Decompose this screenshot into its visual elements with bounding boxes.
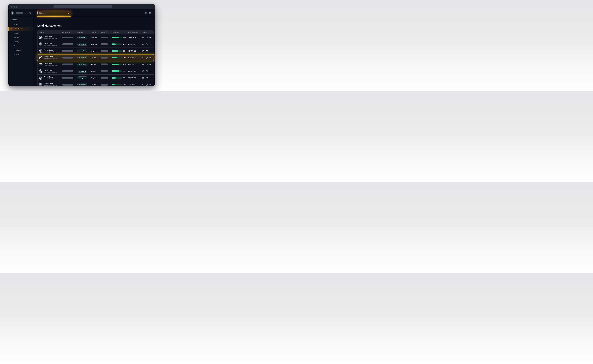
- app-window: FILTERS Status Status: Qualified Source: [8, 4, 155, 86]
- edit-icon[interactable]: [142, 63, 144, 65]
- more-options-icon[interactable]: [149, 78, 152, 78]
- status-dot-icon: [79, 71, 80, 72]
- source-cell: [100, 37, 112, 38]
- table-row[interactable]: Γορνιά Είπες eenkeex@gmail.com Qualified…: [38, 81, 154, 86]
- contact-email: eenkeex@gmail.com: [44, 65, 57, 66]
- sidebar-item-industry[interactable]: Industry: [11, 35, 33, 39]
- help-icon[interactable]: [144, 12, 147, 14]
- table-row[interactable]: Γορνιά Είπες eenkeex@gmail.com Qualified…: [38, 47, 154, 54]
- filters-collapse-icon[interactable]: [31, 20, 33, 20]
- edit-icon[interactable]: [142, 84, 144, 86]
- topbar: [34, 9, 155, 17]
- source-cell: [100, 64, 112, 65]
- window-controls: [11, 6, 17, 8]
- sidebar-item-source[interactable]: Source: [11, 31, 33, 35]
- edit-icon[interactable]: [142, 70, 144, 72]
- edit-icon[interactable]: [142, 77, 144, 79]
- table-row[interactable]: Γορνιά Είπες eenkeex@gmail.com Engaged $…: [38, 61, 154, 68]
- sidebar-item-prototypes[interactable]: Prototypes: [11, 48, 33, 52]
- edit-icon[interactable]: [142, 57, 144, 59]
- source-cell: [100, 84, 112, 85]
- delete-trash-icon[interactable]: [146, 70, 148, 72]
- status-dot-icon: [79, 64, 80, 65]
- table-row[interactable]: Γορνιά Είπες eenkeex@gmail.com Qualified…: [38, 34, 154, 41]
- table-row[interactable]: Γορνιά Είπες eenkeex@gmail.com Engaged $…: [38, 68, 154, 74]
- sidebar-item-status[interactable]: Status: [11, 22, 33, 27]
- company-placeholder: [62, 43, 73, 45]
- contact-avatar: [39, 69, 42, 73]
- chevron-down-icon[interactable]: [25, 13, 26, 13]
- progress-percent: 40%: [123, 43, 126, 45]
- text-cursor: [39, 12, 40, 14]
- table-row[interactable]: Γορνιά Είπες eonkee@gmail.com Engaged $3…: [38, 74, 154, 81]
- delete-trash-icon[interactable]: [146, 57, 148, 59]
- search-bar[interactable]: [37, 11, 71, 15]
- delete-trash-icon[interactable]: [146, 84, 148, 86]
- more-options-icon[interactable]: [149, 71, 152, 72]
- window-minimize-button[interactable]: [13, 6, 15, 8]
- company-cell: [62, 50, 77, 52]
- sort-icon: [69, 31, 70, 33]
- company-placeholder: [62, 84, 73, 85]
- table-column-header[interactable]: Actions: [142, 31, 152, 33]
- sidebar-item-actions[interactable]: Actions: [11, 52, 33, 57]
- leads-table: Contact Company Status Value Source: [37, 30, 154, 86]
- delete-trash-icon[interactable]: [146, 37, 148, 39]
- table-column-header[interactable]: Status: [77, 31, 91, 33]
- status-dot-icon: [79, 44, 80, 45]
- delete-trash-icon[interactable]: [146, 43, 148, 45]
- contact-avatar: [39, 76, 42, 80]
- settings-gear-icon[interactable]: [149, 12, 151, 14]
- more-options-icon[interactable]: [149, 44, 152, 45]
- more-options-icon[interactable]: [149, 51, 152, 51]
- page-title: Lead Management: [37, 24, 155, 27]
- contact-email: eenkeex@gmail.com: [44, 85, 57, 86]
- contact-email: eenkeex@gmail.com: [44, 51, 57, 53]
- progress-bar: [112, 50, 122, 52]
- search-icon[interactable]: [67, 12, 70, 14]
- more-options-icon[interactable]: [149, 64, 152, 65]
- source-cell: [100, 50, 112, 52]
- table-column-header[interactable]: Source: [100, 31, 112, 33]
- table-column-header[interactable]: Last Contact: [128, 31, 142, 33]
- source-placeholder: [100, 64, 108, 65]
- table-row[interactable]: Γορνιά Είπες eenkeex@gmail.com Engaged $…: [37, 54, 154, 61]
- progress-cell: 60%: [112, 50, 128, 52]
- more-options-icon[interactable]: [149, 84, 152, 85]
- table-column-header[interactable]: Company: [62, 31, 77, 33]
- edit-icon[interactable]: [142, 43, 144, 45]
- filter-sliders-icon[interactable]: [29, 12, 31, 14]
- more-options-icon[interactable]: [149, 37, 152, 38]
- more-options-icon[interactable]: [149, 57, 152, 58]
- actions-cell: [142, 37, 152, 39]
- progress-fill: [112, 84, 115, 85]
- delete-trash-icon[interactable]: [146, 50, 148, 52]
- status-cell: Engaged: [77, 76, 91, 79]
- window-zoom-button[interactable]: [16, 6, 17, 8]
- sidebar-item-status-qualified[interactable]: Status: Qualified: [8, 27, 34, 31]
- actions-cell: [142, 57, 152, 59]
- company-cell: [62, 77, 77, 79]
- value-cell: $50,000: [91, 57, 100, 58]
- table-row[interactable]: Γορνιά Είπες eenkeex@gmail.com Engaged $…: [38, 41, 154, 47]
- edit-icon[interactable]: [142, 37, 144, 39]
- user-avatar[interactable]: [11, 11, 14, 15]
- progress-bar: [112, 84, 122, 85]
- window-close-button[interactable]: [11, 6, 13, 8]
- delete-trash-icon[interactable]: [146, 63, 148, 65]
- search-input[interactable]: [40, 12, 68, 14]
- sort-ascending-icon: [45, 32, 46, 32]
- contact-cell: Γορνιά Είπες eenkeex@gmail.com: [39, 69, 62, 73]
- contact-cell: Γορνιά Είπες eenkeex@gmail.com: [39, 56, 62, 59]
- window-title-placeholder: [53, 5, 113, 8]
- contact-name: Γορνιά Είπες: [44, 69, 57, 71]
- sidebar-item-activity[interactable]: Activity: [11, 39, 33, 44]
- table-column-header[interactable]: Value: [91, 31, 100, 33]
- table-column-header[interactable]: Contact: [39, 31, 62, 33]
- delete-trash-icon[interactable]: [146, 77, 148, 79]
- sidebar-item-procreswres[interactable]: Procreswres: [11, 44, 33, 48]
- edit-icon[interactable]: [142, 50, 144, 52]
- table-column-header[interactable]: Progress: [112, 31, 128, 33]
- status-badge: Engaged: [77, 70, 87, 72]
- progress-percent: 40%: [123, 70, 126, 72]
